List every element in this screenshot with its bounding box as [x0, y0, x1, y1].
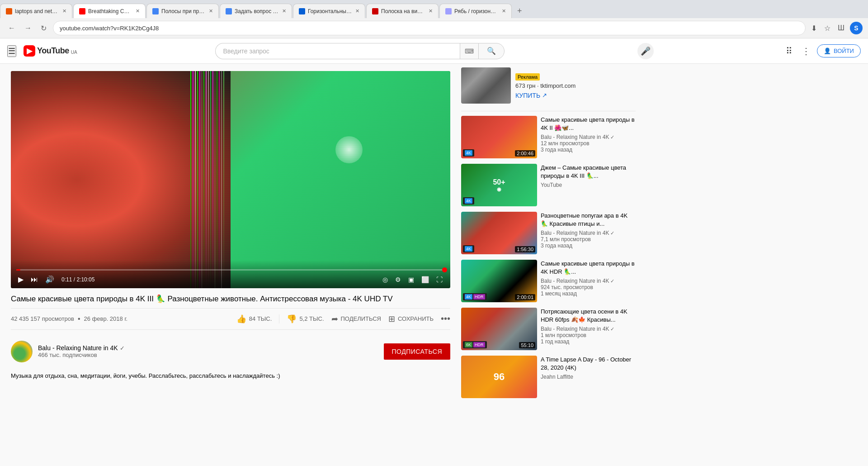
rec-info-1: Самые красивые цвета природы в 4K II 🌺🦋.…: [541, 116, 636, 158]
tab-close-2[interactable]: ✕: [136, 8, 140, 14]
video-info: Самые красивые цвета природы в 4K III 🦜 …: [11, 288, 450, 390]
tab-label-2: Breathtaking Colors: [88, 8, 132, 14]
tab-close-1[interactable]: ✕: [62, 8, 66, 14]
rec-info-3: Разноцветные попугаи ара в 4K 🦜 Красивые…: [541, 212, 636, 254]
account-icon[interactable]: S: [850, 22, 863, 34]
sidebar-divider: [461, 111, 636, 111]
4k-badge-2: 4K: [465, 198, 472, 204]
next-button[interactable]: ⏭: [29, 275, 40, 285]
channel-name-text: Balu - Relaxing Nature in 4K: [38, 344, 118, 352]
video-background: [11, 71, 450, 288]
rec-info-2: Джем – Самые красивые цвета природы в 4K…: [541, 164, 636, 206]
rec-thumbnail-6: 96: [461, 356, 537, 398]
tab-close-6[interactable]: ✕: [429, 8, 433, 14]
save-button[interactable]: ⊞ СОХРАНИТЬ: [388, 312, 434, 326]
fullscreen-button[interactable]: ⛶: [434, 275, 445, 284]
play-button[interactable]: ▶: [16, 274, 25, 285]
youtube-logo[interactable]: ▶ YouTube UA: [24, 45, 77, 57]
new-tab-button[interactable]: +: [513, 4, 527, 18]
tab-close-4[interactable]: ✕: [282, 8, 286, 14]
theater-button[interactable]: ⬜: [419, 275, 431, 284]
browser-tab-5[interactable]: Горизонтальные по... ✕: [293, 4, 365, 18]
mic-button[interactable]: 🎤: [637, 43, 654, 59]
rec-duration-3: 1:56:30: [515, 246, 535, 252]
volume-button[interactable]: 🔊: [43, 274, 56, 285]
bookmark-icon[interactable]: ☆: [822, 22, 832, 34]
rec-badge-3: 4K: [463, 245, 474, 252]
right-controls: ◎ ⚙ ▣ ⬜ ⛶: [380, 275, 445, 284]
tab-close-7[interactable]: ✕: [502, 8, 506, 14]
search-input[interactable]: [215, 43, 460, 59]
number-96-badge: 96: [494, 371, 505, 383]
browser-tab-6[interactable]: Полоска на видеоро... ✕: [366, 4, 439, 18]
rec-channel-name-2: YouTube: [541, 182, 562, 188]
more-actions-button[interactable]: •••: [441, 314, 450, 324]
rec-video-4[interactable]: 2:00:01 4K HDR Самые красивые цвета прир…: [461, 257, 636, 305]
youtube-main: ▶ ⏭ 🔊 0:11 / 2:10:05 ◎ ⚙ ▣ ⬜ ⛶: [0, 64, 868, 401]
signin-label: ВОЙТИ: [834, 48, 854, 54]
browser-tab-3[interactable]: Полосы при просмо... ✕: [146, 4, 219, 18]
rec-views-5: 1 млн просмотров: [541, 332, 636, 338]
avatar-image: [11, 341, 33, 362]
subtitles-button[interactable]: ◎: [380, 275, 390, 284]
video-meta-row: 42 435 157 просмотров • 26 февр. 2018 г.…: [11, 308, 450, 330]
dislike-count: 5,2 ТЫС.: [299, 315, 324, 322]
rec-duration-1: 2:00:46: [515, 150, 535, 157]
rec-channel-name-4: Balu - Relaxing Nature in 4K: [541, 278, 609, 284]
rec-info-5: Потрясающие цвета осени в 4K HDR 60fps 🍂…: [541, 308, 636, 350]
browser-tab-1[interactable]: laptops and netbooks... ✕: [0, 4, 72, 18]
share-button[interactable]: ➦ ПОДЕЛИТЬСЯ: [331, 312, 381, 326]
profile-icon[interactable]: Ш: [836, 22, 846, 34]
rec-video-2[interactable]: 50+ ◉ 4K Джем – Самые красивые цвета при…: [461, 161, 636, 209]
address-bar-row: ← → ↻ youtube.com/watch?v=RK1K2bCg4J8 ⬇ …: [0, 18, 868, 38]
rec-video-5[interactable]: 55:10 6K HDR Потрясающие цвета осени в 4…: [461, 305, 636, 353]
browser-chrome: laptops and netbooks... ✕ Breathtaking C…: [0, 0, 868, 38]
save-icon: ⊞: [388, 314, 395, 324]
browser-tab-7[interactable]: Рябь / горизональн... ✕: [439, 4, 512, 18]
reload-button[interactable]: ↻: [38, 22, 49, 34]
rec-channel-3: Balu - Relaxing Nature in 4K ✓: [541, 230, 636, 236]
signin-button[interactable]: 👤 ВОЙТИ: [817, 44, 861, 57]
tab-bar: laptops and netbooks... ✕ Breathtaking C…: [0, 0, 868, 18]
settings-button[interactable]: ⚙: [393, 275, 403, 284]
forward-button[interactable]: →: [22, 22, 34, 34]
rec-video-6[interactable]: 96 A Time Lapse A Day - 96 - October 28,…: [461, 353, 636, 401]
search-button[interactable]: 🔍: [478, 43, 505, 59]
rec-views-4: 924 тыс. просмотров: [541, 284, 636, 290]
6k-badge-5: 6K: [465, 342, 472, 347]
progress-bar[interactable]: [16, 269, 445, 271]
rec-video-1[interactable]: 2:00:46 4K Самые красивые цвета природы …: [461, 113, 636, 161]
ad-buy-button[interactable]: КУПИТЬ ↗: [515, 92, 636, 99]
save-label: СОХРАНИТЬ: [398, 315, 434, 322]
main-content: ▶ ⏭ 🔊 0:11 / 2:10:05 ◎ ⚙ ▣ ⬜ ⛶: [0, 64, 461, 401]
ad-thumbnail: [461, 67, 511, 104]
apps-grid-button[interactable]: ⠿: [783, 43, 795, 59]
rec-video-3[interactable]: 1:56:30 4K Разноцветные попугаи ара в 4K…: [461, 209, 636, 257]
address-text: youtube.com/watch?v=RK1K2bCg4J8: [60, 25, 799, 32]
browser-tab-2[interactable]: Breathtaking Colors ✕: [73, 4, 146, 18]
download-icon[interactable]: ⬇: [809, 22, 819, 34]
hamburger-menu-button[interactable]: ☰: [7, 45, 16, 57]
like-count: 84 ТЫС.: [249, 315, 272, 322]
like-sep: [279, 314, 279, 323]
thumbs-down-icon: 👎: [287, 314, 297, 324]
rec-info-6: A Time Lapse A Day - 96 - October 28, 20…: [541, 356, 636, 398]
browser-tab-4[interactable]: Задать вопрос - Фор... ✕: [220, 4, 292, 18]
more-options-button[interactable]: ⋮: [799, 43, 813, 59]
rec-title-3: Разноцветные попугаи ара в 4K 🦜 Красивые…: [541, 212, 636, 228]
channel-name[interactable]: Balu - Relaxing Nature in 4K ✓: [38, 344, 384, 352]
tab-favicon-5: [299, 8, 305, 14]
verified-checkmark-icon: ✓: [120, 345, 125, 352]
hdr-badge-5: HDR: [473, 342, 485, 347]
like-button[interactable]: 👍 84 ТЫС.: [236, 312, 272, 326]
tab-close-3[interactable]: ✕: [209, 8, 213, 14]
address-bar[interactable]: youtube.com/watch?v=RK1K2bCg4J8: [53, 21, 806, 35]
video-player[interactable]: ▶ ⏭ 🔊 0:11 / 2:10:05 ◎ ⚙ ▣ ⬜ ⛶: [11, 71, 450, 288]
back-button[interactable]: ←: [5, 22, 18, 34]
miniplayer-button[interactable]: ▣: [406, 275, 416, 284]
dislike-button[interactable]: 👎 5,2 ТЫС.: [287, 312, 324, 326]
subscribe-button[interactable]: ПОДПИСАТЬСЯ: [384, 343, 450, 360]
rec-verified-5: ✓: [610, 326, 614, 332]
tab-label-4: Задать вопрос - Фор...: [235, 8, 278, 14]
tab-close-5[interactable]: ✕: [355, 8, 359, 14]
